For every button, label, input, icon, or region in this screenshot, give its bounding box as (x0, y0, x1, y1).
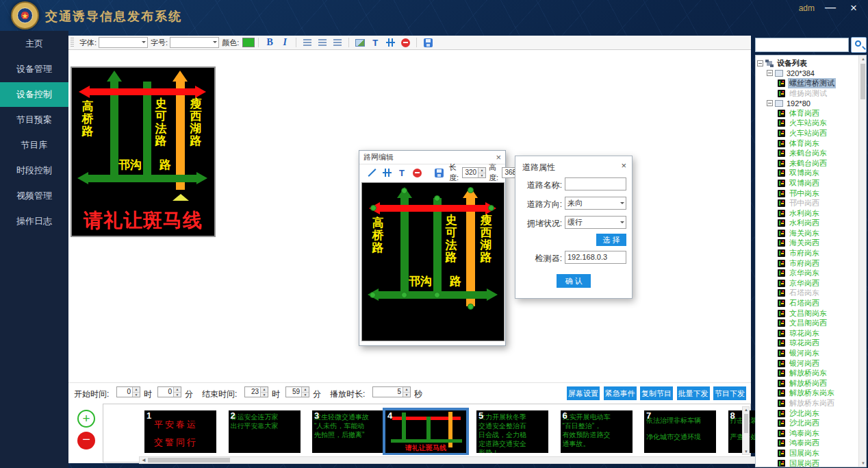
device-tree-item[interactable]: 鸿泰岗东 (757, 428, 858, 439)
tree-scrollbar[interactable]: ▲ ▼ (858, 56, 866, 467)
device-tree-item[interactable]: 解放桥岗东 (757, 368, 858, 378)
device-tree-item[interactable]: 市府岗西 (757, 258, 858, 269)
end-hour-stepper[interactable]: 23 ▲▼ (244, 386, 268, 397)
device-tree-item[interactable]: 鸿泰岗西 (757, 439, 858, 449)
device-tree-item[interactable]: 海关岗西 (757, 238, 858, 249)
align-right-icon[interactable] (332, 37, 343, 48)
select-button[interactable]: 选 择 (596, 234, 626, 246)
control-point[interactable] (468, 187, 474, 193)
color-swatch[interactable] (242, 38, 255, 47)
save-icon[interactable] (433, 167, 444, 178)
device-tree-item[interactable]: 体育岗西 (757, 108, 858, 119)
sidebar-item[interactable]: 设备控制 (0, 82, 68, 107)
vertical-scrollbar[interactable]: ▲ ▼ (742, 406, 750, 455)
detector-field[interactable]: 192.168.0.3 (565, 251, 626, 264)
device-tree-item[interactable]: 解放桥东岗东 (757, 389, 858, 399)
sidebar-item[interactable]: 视频管理 (0, 184, 68, 208)
add-program-button[interactable]: + (77, 410, 95, 428)
align-left-icon[interactable] (302, 37, 313, 48)
device-tree-item[interactable]: 琼花岗东 (757, 328, 858, 338)
device-tree-item[interactable]: 石塔岗东 (757, 288, 858, 299)
device-tree-item[interactable]: 解放桥东岗西 (757, 398, 858, 408)
device-search-input[interactable] (755, 38, 849, 52)
align-center-icon[interactable] (317, 37, 328, 48)
device-tree-item[interactable]: 国展岗东 (757, 448, 858, 458)
device-tree-item[interactable]: 国展岗西 (757, 458, 858, 467)
road-editor-titlebar[interactable]: 路网编辑 × (359, 151, 505, 164)
playlist-thumbnail[interactable]: 2春运安全连万家出行平安靠大家 (229, 410, 301, 453)
device-tree-item[interactable]: 来鹤台岗东 (757, 148, 858, 158)
direction-select[interactable]: 来向 (565, 197, 626, 210)
start-hour-stepper[interactable]: 0 ▲▼ (116, 386, 140, 397)
control-point[interactable] (370, 292, 376, 298)
playlist-thumbnail[interactable]: 4请礼让斑马线 (383, 408, 469, 455)
congestion-select[interactable]: 缓行 (565, 216, 626, 229)
sidebar-item[interactable]: 主页 (0, 32, 68, 56)
screen-preview[interactable]: 高桥路 史可法路 瘦西湖路 邗沟 路 请礼让斑马线 (71, 66, 216, 237)
control-point[interactable] (468, 304, 474, 310)
device-tree-item[interactable]: 琼花岗西 (757, 338, 858, 349)
control-point[interactable] (401, 188, 407, 194)
road-editor-window[interactable]: 路网编辑 × T 长度: 320 ▲▼ 高度: 368 (359, 150, 506, 346)
device-tree-item[interactable]: 石塔岗西 (757, 298, 858, 308)
device-tree-item[interactable]: 海关岗东 (757, 228, 858, 238)
sidebar-item[interactable]: 时段控制 (0, 158, 68, 183)
horizontal-scrollbar[interactable]: ◄ ► (139, 456, 778, 464)
confirm-button[interactable]: 确 认 (557, 274, 591, 288)
device-tree-item[interactable]: 螺丝湾桥测试 (757, 78, 858, 88)
delete-icon[interactable] (400, 37, 411, 48)
action-button[interactable]: 紧急事件 (604, 386, 637, 400)
device-tree-item[interactable]: 解放桥岗西 (757, 378, 858, 389)
scrollbar-thumb[interactable] (148, 458, 230, 463)
device-tree-item[interactable]: 双博岗东 (757, 169, 858, 179)
action-button[interactable]: 屏幕设置 (567, 386, 600, 400)
device-tree-item[interactable]: 来鹤台岗西 (757, 158, 858, 169)
scrollbar-thumb[interactable] (744, 414, 748, 433)
close-icon[interactable]: × (496, 152, 501, 162)
device-tree-item[interactable]: 京华岗西 (757, 278, 858, 288)
road-tool-icon[interactable] (381, 167, 392, 178)
control-point[interactable] (488, 205, 494, 211)
expander-icon[interactable] (757, 60, 763, 66)
device-tree-item[interactable]: 沙北岗西 (757, 418, 858, 428)
device-tree-item[interactable]: 维扬岗测试 (757, 88, 858, 99)
device-tree-item[interactable]: 火车站岗西 (757, 128, 858, 138)
design-canvas[interactable]: 高桥路 史可法路 瘦西湖路 邗沟 路 请礼让斑马线 路网编辑 × T (68, 50, 751, 382)
device-tree-item[interactable]: 水利岗东 (757, 208, 858, 219)
duration-stepper[interactable]: 5 ▲▼ (372, 386, 411, 397)
remove-program-button[interactable]: − (77, 432, 95, 449)
control-point[interactable] (370, 205, 376, 211)
playlist-thumbnail[interactable]: 5大力开展秋冬季交通安全整治百日会战，全力稳定道路交通安全形势！ (476, 410, 548, 453)
playlist-thumbnail[interactable]: 3发生轻微交通事故“人未伤，车能动先拍照，后撤离” (312, 410, 384, 453)
line-tool-icon[interactable] (366, 167, 377, 178)
search-button[interactable] (851, 37, 867, 53)
device-tree-item[interactable]: 银河岗西 (757, 358, 858, 369)
sidebar-item[interactable]: 设备管理 (0, 57, 68, 82)
device-tree-item[interactable]: 火车站岗东 (757, 119, 858, 129)
font-select[interactable] (99, 37, 148, 48)
action-button[interactable]: 复制节目 (640, 386, 673, 400)
device-tree-item[interactable]: 市府岗东 (757, 248, 858, 258)
close-icon[interactable]: × (847, 1, 860, 15)
device-tree-item[interactable]: 文昌阁岗东 (757, 308, 858, 319)
device-tree-item[interactable]: 文昌阁岗西 (757, 318, 858, 328)
road-name-field[interactable] (565, 177, 626, 190)
action-button[interactable]: 批量下发 (677, 386, 710, 400)
length-stepper[interactable]: 320 ▲▼ (462, 167, 486, 178)
road-editor-canvas[interactable]: 高桥路 史可法路 瘦西湖路 邗沟 路 (361, 182, 505, 341)
close-icon[interactable]: × (621, 160, 626, 171)
delete-icon[interactable] (411, 167, 422, 178)
device-tree-item[interactable]: 体育岗东 (757, 138, 858, 149)
road-properties-dialog[interactable]: 道路属性 × 道路名称: 道路方向: 来向 拥堵状况: 缓行 选 择 检测器: … (515, 156, 633, 299)
action-button[interactable]: 节目下发 (713, 386, 746, 400)
expander-icon[interactable] (767, 100, 773, 106)
device-tree-node[interactable]: 320*384 (757, 69, 858, 79)
road-network-icon[interactable] (385, 37, 396, 48)
sidebar-item[interactable]: 节目预案 (0, 108, 68, 132)
playlist-thumbnail[interactable]: 1平安春运交警同行 (144, 410, 216, 453)
insert-image-icon[interactable] (355, 37, 366, 48)
expander-icon[interactable] (767, 70, 773, 76)
start-minute-stepper[interactable]: 0 ▲▼ (157, 386, 181, 397)
device-tree-item[interactable]: 水利岗西 (757, 219, 858, 229)
playlist-thumbnail[interactable]: 7依法治理非标车辆净化城市交通环境 (644, 410, 716, 453)
